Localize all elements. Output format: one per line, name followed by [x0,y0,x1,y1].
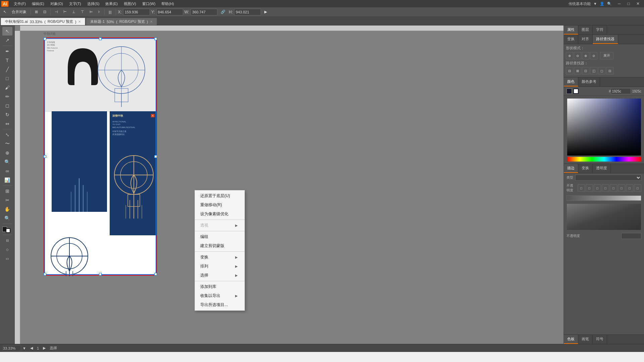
rp-subtab-align[interactable]: 对齐 [578,35,593,44]
gradient-btn-6[interactable]: □ [618,184,625,192]
color-stroke-display[interactable] [573,88,579,94]
gradient-btn-7[interactable]: □ [626,184,633,192]
distribute-icons[interactable]: ||| [107,9,114,15]
rotate-tool[interactable]: ↻ [2,110,12,119]
pencil-tool[interactable]: ✏ [2,92,12,101]
pf-minus-back[interactable]: ⊟ [606,67,613,74]
rp-color-bottom-tab[interactable]: 色板 [564,335,578,344]
gradient-btn-4[interactable]: □ [602,184,609,192]
ctx-select[interactable]: 选择 ▶ [195,271,245,280]
line-tool[interactable]: ╱ [2,65,12,74]
zoom-input[interactable] [3,345,21,351]
ctx-export-selected[interactable]: 导出所选项目... [195,300,245,309]
rp-brushes-tab[interactable]: 画笔 [578,335,593,344]
paintbrush-tool[interactable]: 🖌 [2,83,12,92]
rp-transform-tab2[interactable]: 变换 [578,164,593,173]
menu-object[interactable]: 对象(O) [48,1,66,7]
ctx-perspective[interactable]: 透视 ▶ [195,221,245,230]
eraser-tool[interactable]: ◻ [2,101,12,110]
workspace-switcher-icon[interactable]: ▼ [593,2,597,6]
align-bottom-icon[interactable]: ⊦ [96,9,102,15]
rp-transparency-tab[interactable]: 透明度 [593,164,611,173]
ctx-add-to-lib[interactable]: 添加到库 [195,282,245,291]
align-left-icon[interactable]: ⊣ [53,9,60,15]
status-nav-prev[interactable]: ◀ [30,346,33,350]
align-top-icon[interactable]: ⊤ [79,9,86,15]
gradient-btn-1[interactable]: □ [578,184,585,192]
handle-bc[interactable] [99,273,102,276]
rp-tab-layers[interactable]: 图层 [578,25,593,35]
user-icon[interactable]: 👤 [600,2,604,6]
warp-tool[interactable]: 〜 [2,139,12,148]
pf-trim[interactable]: ⊠ [574,67,581,74]
color-swatch-display[interactable] [567,88,572,94]
eyedropper-tool[interactable]: 🔍 [2,158,12,166]
screen-mode-icon[interactable]: ⊟ [2,236,12,245]
rasterize-icon[interactable]: ⊞ [33,9,40,15]
link-icon[interactable]: 🔗 [219,9,227,15]
y-input[interactable] [156,9,183,15]
align-center-h-icon[interactable]: ⊢ [61,9,69,15]
x-input[interactable] [123,9,150,15]
free-transform-tool[interactable]: ⊕ [2,148,12,157]
tab-2-close[interactable]: ✕ [150,20,153,23]
transform-icon[interactable]: ⊡ [41,9,48,15]
shape-exclude[interactable]: ⊘ [590,52,597,59]
rp-color-tab[interactable]: 颜色 [564,77,578,86]
menu-select[interactable]: 选择(S) [85,1,102,7]
shape-minus-front[interactable]: ⊖ [574,52,581,59]
type-tool[interactable]: T [2,56,12,65]
slice-tool[interactable]: ✂ [2,196,12,204]
ctx-undo[interactable]: 还原置于底层(U) [195,191,245,200]
gradient-preview-bar[interactable] [567,195,641,201]
ctx-pixel-optimize[interactable]: 设为像素级优化 [195,209,245,219]
mirror-tool[interactable]: ⇔ [2,119,12,128]
gradient-grayscale-swatch[interactable] [567,203,641,230]
bottom-opacity-input[interactable] [621,233,641,239]
ctx-group[interactable]: 编组 [195,232,245,241]
ctx-redo[interactable]: 重做移动(R) [195,200,245,209]
draw-modes-icon[interactable]: ◇ [2,245,12,254]
more-icon[interactable]: ▶ [262,9,269,15]
minimize-button[interactable]: ─ [614,0,624,7]
rp-colorguide-tab[interactable]: 颜色参考 [578,77,600,86]
gradient-btn-2[interactable]: □ [586,184,593,192]
ctx-collect-export[interactable]: 收集以导出 ▶ [195,291,245,300]
zoom-tool[interactable]: 🔍 [2,214,12,223]
selection-tool-icon[interactable]: ↖ [1,9,8,15]
handle-br[interactable] [154,273,157,276]
color-spectrum-bar[interactable] [567,157,641,162]
shape-unite[interactable]: ⊕ [566,52,573,59]
color-hex-input[interactable] [611,88,631,94]
rect-tool[interactable]: □ [2,74,12,83]
gradient-btn-8[interactable]: □ [634,184,641,192]
artboard-tool[interactable]: ⊞ [2,187,12,195]
menu-edit[interactable]: 编辑(E) [29,1,47,7]
selection-tool[interactable]: ↖ [2,27,12,36]
menu-type[interactable]: 文字(T) [66,1,84,7]
gradient-btn-3[interactable]: □ [594,184,601,192]
align-right-icon[interactable]: ⊥ [70,9,77,15]
hand-tool[interactable]: ✋ [2,205,12,214]
color-picker-gradient[interactable] [567,99,641,156]
tab-file-1[interactable]: 中秋海报01.ai 33.33% ( RGB/GPU 预览 ) ✕ [1,18,85,25]
maximize-button[interactable]: □ [624,0,633,7]
pf-outline[interactable]: ◻ [598,67,605,74]
pen-tool[interactable]: ✒ [2,47,12,56]
rp-symbols-tab[interactable]: 符号 [593,335,607,344]
gradient-type-select[interactable] [575,175,641,181]
ctx-clipping-mask[interactable]: 建立剪切蒙版 [195,241,245,250]
artboard-canvas[interactable]: 中秋海报设计模板Mid-AutumnFestival [44,38,157,276]
h-input[interactable] [234,9,261,15]
handle-ml[interactable] [44,155,46,158]
menu-help[interactable]: 帮助(H) [159,1,176,7]
ctx-arrange[interactable]: 排列 ▶ [195,262,245,271]
rp-subtab-pathfinder[interactable]: 路径查找器 [593,35,618,44]
gradient-btn-5[interactable]: □ [610,184,617,192]
w-input[interactable] [191,9,217,15]
blend-tool[interactable]: ∞ [2,167,12,175]
rp-tab-properties[interactable]: 属性 [564,25,578,35]
rp-tab-character[interactable]: 字符 [593,25,607,35]
search-icon[interactable]: 🔍 [607,2,612,6]
canvas-content[interactable]: 中秋#格 [20,31,564,344]
